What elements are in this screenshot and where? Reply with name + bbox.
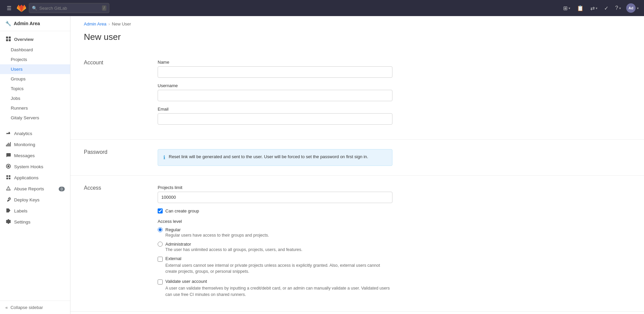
sidebar-item-runners[interactable]: Runners [0,103,70,113]
chevron-down-icon: ▾ [637,6,639,10]
search-box[interactable]: 🔍 / [29,3,109,13]
access-level-admin-desc: The user has unlimited access to all gro… [165,247,392,252]
password-info-box: ℹ Reset link will be generated and sent … [158,149,392,166]
access-level-regular-radio[interactable] [158,227,163,232]
validate-label[interactable]: Validate user account [165,279,207,284]
sidebar-item-projects[interactable]: Projects [0,55,70,64]
search-input[interactable] [39,6,100,11]
name-label: Name [158,60,392,65]
app-layout: 🔧 Admin Area Overview Dashboard Projects… [0,16,644,314]
sidebar-item-labels[interactable]: Labels [0,205,70,216]
top-navigation: ☰ 🔍 / ⊞ ▾ 📋 ⇄ ▾ ✓ [0,0,644,16]
sidebar-item-deploy-keys[interactable]: Deploy Keys [0,194,70,205]
access-level-admin-radio[interactable] [158,242,163,247]
sidebar-item-label: Deploy Keys [14,197,40,202]
access-level-regular-option: Regular Regular users have access to the… [158,227,392,238]
username-input[interactable] [158,90,392,101]
sidebar-item-applications[interactable]: Applications [0,172,70,183]
sidebar-title: Admin Area [14,21,40,26]
sidebar-item-abuse-reports[interactable]: Abuse Reports 0 [0,183,70,194]
password-info-text: Reset link will be generated and sent to… [169,153,368,160]
messages-icon [5,152,11,159]
main-content: Admin Area › New User New user Account N… [70,16,644,314]
svg-rect-7 [9,143,10,146]
sidebar-item-label: Users [11,67,22,72]
sidebar-item-label: Analytics [14,131,32,136]
avatar: Ad [626,3,636,13]
name-field-group: Name [158,60,392,78]
can-create-group-label[interactable]: Can create group [165,208,199,213]
sidebar-item-overview[interactable]: Overview [0,34,70,45]
merge-requests-button[interactable]: ⇄ ▾ [588,3,600,13]
help-button[interactable]: ? ▾ [612,3,624,13]
name-input[interactable] [158,66,392,78]
email-field-group: Email [158,107,392,125]
validate-option: Validate user account A user can validat… [158,279,392,298]
sidebar-item-groups[interactable]: Groups [0,74,70,84]
sidebar-item-label: Runners [11,106,28,111]
admin-icon: 🔧 [5,21,11,26]
sidebar-item-label: Dashboard [11,47,33,52]
page-title: New user [70,26,644,42]
sidebar-item-monitoring[interactable]: Monitoring [0,139,70,150]
sidebar-item-settings[interactable]: Settings [0,216,70,228]
breadcrumb-current: New User [112,21,131,26]
can-create-group-checkbox[interactable] [158,208,163,213]
settings-icon [5,219,11,225]
external-label[interactable]: External [165,256,181,261]
access-level-regular-label[interactable]: Regular [165,227,181,232]
sidebar-item-topics[interactable]: Topics [0,84,70,93]
snippets-icon: 📋 [577,5,584,11]
labels-icon [5,208,11,214]
breadcrumb-parent-link[interactable]: Admin Area [84,21,106,26]
gitlab-logo [17,3,26,13]
sidebar-item-system-hooks[interactable]: System Hooks [0,161,70,172]
password-fields: ℹ Reset link will be generated and sent … [158,149,392,166]
breadcrumb-separator: › [108,21,110,26]
external-option: External External users cannot see inter… [158,256,392,275]
sidebar-item-dashboard[interactable]: Dashboard [0,45,70,55]
email-label: Email [158,107,392,112]
snippets-button[interactable]: 📋 [574,3,586,13]
create-new-button[interactable]: ⊞ ▾ [560,3,573,13]
top-nav-right: ⊞ ▾ 📋 ⇄ ▾ ✓ ? ▾ Ad ▾ [560,2,640,14]
password-section: Password ℹ Reset link will be generated … [70,140,644,176]
validate-checkbox[interactable] [158,279,163,285]
access-level-regular-desc: Regular users have access to their group… [165,233,392,238]
sidebar-item-analytics[interactable]: Analytics [0,128,70,139]
hamburger-menu-button[interactable]: ☰ [4,3,14,13]
sidebar-item-label: Projects [11,57,27,62]
sidebar-item-users[interactable]: Users [0,64,70,74]
sidebar-item-label: Settings [14,219,31,225]
collapse-sidebar-button[interactable]: « Collapse sidebar [0,301,70,314]
sidebar-item-gitaly-servers[interactable]: Gitaly Servers [0,113,70,123]
chevron-down-icon: ▾ [619,6,621,10]
username-field-group: Username [158,83,392,101]
external-row: External [158,256,392,262]
system-hooks-icon [5,164,11,170]
breadcrumb: Admin Area › New User [70,16,644,26]
sidebar: 🔧 Admin Area Overview Dashboard Projects… [0,16,70,314]
projects-limit-input[interactable] [158,192,392,203]
collapse-sidebar-label: Collapse sidebar [10,305,43,310]
external-checkbox[interactable] [158,257,163,262]
projects-limit-label: Projects limit [158,185,392,190]
access-level-admin-label[interactable]: Administrator [165,242,191,247]
sidebar-item-label: Monitoring [14,142,35,147]
sidebar-item-label: Gitaly Servers [11,115,39,120]
sidebar-item-messages[interactable]: Messages [0,150,70,161]
email-input[interactable] [158,113,392,125]
info-icon: ℹ [163,154,165,162]
issues-icon: ✓ [604,5,608,11]
sidebar-item-jobs[interactable]: Jobs [0,93,70,103]
user-avatar-button[interactable]: Ad ▾ [625,2,640,14]
external-desc: External users cannot see internal or pr… [165,262,392,275]
account-fields: Name Username Email [158,60,392,130]
analytics-icon [5,130,11,137]
sidebar-item-label: System Hooks [14,164,43,169]
slash-key: / [102,5,106,11]
password-section-title: Password [84,149,144,166]
top-nav-left: ☰ 🔍 / [4,3,109,13]
issues-button[interactable]: ✓ [601,3,611,13]
sidebar-item-label: Overview [14,37,34,42]
